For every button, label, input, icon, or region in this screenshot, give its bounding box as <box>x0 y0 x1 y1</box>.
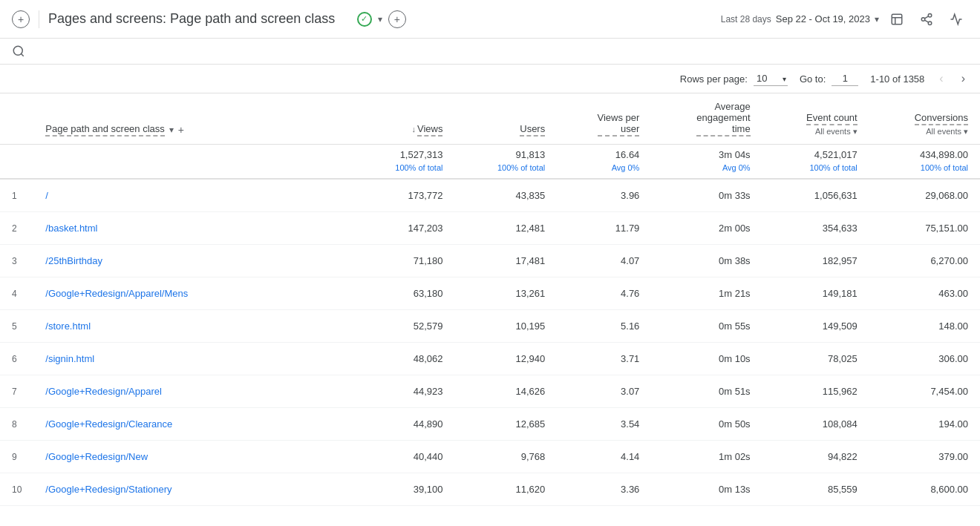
row-conversions: 75,151.00 <box>869 212 980 245</box>
row-views-per-user: 3.54 <box>557 408 651 441</box>
svg-line-6 <box>924 20 928 22</box>
row-views: 44,890 <box>353 408 455 441</box>
row-event-count: 354,633 <box>762 212 869 245</box>
add-dimension-icon[interactable]: + <box>178 124 184 136</box>
title-dropdown-icon[interactable]: ▾ <box>378 14 382 24</box>
svg-point-8 <box>13 46 22 55</box>
subtotal-users: 100% of total <box>454 162 557 179</box>
table-container: Page path and screen class ▾ + ↓Views Us… <box>0 93 980 506</box>
goto-label: Go to: <box>800 73 826 85</box>
row-path[interactable]: /Google+Redesign/Apparel/Mens <box>33 277 352 310</box>
row-path[interactable]: /signin.html <box>33 343 352 375</box>
subtotals-row: 100% of total 100% of total Avg 0% Avg 0… <box>0 162 980 179</box>
rows-per-page-select[interactable]: 10 25 50 100 <box>754 71 788 86</box>
row-avg-engagement: 0m 13s <box>651 473 762 506</box>
row-views-per-user: 3.36 <box>557 473 651 506</box>
row-users: 12,940 <box>454 343 557 375</box>
row-views: 52,579 <box>353 310 455 343</box>
col-header-page-path: Page path and screen class ▾ + <box>33 93 352 145</box>
row-conversions: 7,454.00 <box>869 375 980 408</box>
col-header-views-per-user: Views peruser <box>557 93 651 145</box>
data-table: Page path and screen class ▾ + ↓Views Us… <box>0 93 980 506</box>
col-header-rownum <box>0 93 33 145</box>
table-row: 5 /store.html 52,579 10,195 5.16 0m 55s … <box>0 310 980 343</box>
row-event-count: 1,056,631 <box>762 179 869 212</box>
subtotal-views-per-user: Avg 0% <box>557 162 651 179</box>
row-path[interactable]: /Google+Redesign/Apparel <box>33 375 352 408</box>
row-views-per-user: 4.14 <box>557 441 651 473</box>
total-event-count: 4,521,017 <box>762 145 869 162</box>
search-icon[interactable] <box>12 45 25 58</box>
col-header-conversions: Conversions All events ▾ <box>869 93 980 145</box>
insights-button[interactable] <box>944 7 968 31</box>
goto-input[interactable] <box>832 71 858 86</box>
subtotal-conversions: 100% of total <box>869 162 980 179</box>
page-title: Pages and screens: Page path and screen … <box>48 11 351 27</box>
row-conversions: 148.00 <box>869 310 980 343</box>
row-conversions: 194.00 <box>869 408 980 441</box>
row-path[interactable]: /Google+Redesign/Stationery <box>33 473 352 506</box>
row-num: 4 <box>0 277 33 310</box>
date-range-value: Sep 22 - Oct 19, 2023 <box>776 13 870 24</box>
row-path[interactable]: /Google+Redesign/Clearance <box>33 408 352 441</box>
add-metric-button[interactable]: + <box>388 10 406 28</box>
add-comparison-button[interactable]: + <box>12 10 30 28</box>
row-views-per-user: 3.07 <box>557 375 651 408</box>
row-views: 173,772 <box>353 179 455 212</box>
row-path[interactable]: /basket.html <box>33 212 352 245</box>
svg-line-9 <box>21 53 23 56</box>
row-event-count: 115,962 <box>762 375 869 408</box>
row-path[interactable]: /Google+Redesign/New <box>33 441 352 473</box>
row-views: 147,203 <box>353 212 455 245</box>
event-count-dropdown[interactable]: All events ▾ <box>815 127 858 137</box>
svg-rect-0 <box>892 14 902 24</box>
topbar: + Pages and screens: Page path and scree… <box>0 0 980 39</box>
total-conversions: 434,898.00 <box>869 145 980 162</box>
table-row: 10 /Google+Redesign/Stationery 39,100 11… <box>0 473 980 506</box>
svg-point-5 <box>928 22 932 25</box>
subtotal-avg-engagement: Avg 0% <box>651 162 762 179</box>
share-button[interactable] <box>915 7 938 31</box>
goto: Go to: <box>800 71 858 86</box>
prev-page-button[interactable]: ‹ <box>936 69 946 88</box>
next-page-button[interactable]: › <box>958 69 968 88</box>
row-views: 63,180 <box>353 277 455 310</box>
row-path[interactable]: /store.html <box>33 310 352 343</box>
table-row: 6 /signin.html 48,062 12,940 3.71 0m 10s… <box>0 343 980 375</box>
conversions-dropdown[interactable]: All events ▾ <box>926 127 968 137</box>
row-num: 10 <box>0 473 33 506</box>
svg-point-3 <box>928 13 932 17</box>
row-users: 11,620 <box>454 473 557 506</box>
rows-per-page-label: Rows per page: <box>680 73 748 85</box>
table-row: 2 /basket.html 147,203 12,481 11.79 2m 0… <box>0 212 980 245</box>
row-event-count: 149,181 <box>762 277 869 310</box>
chart-button[interactable] <box>885 7 909 31</box>
pagination-bar: Rows per page: 10 25 50 100 Go to: 1-10 … <box>0 65 980 93</box>
row-path[interactable]: / <box>33 179 352 212</box>
row-num: 8 <box>0 408 33 441</box>
row-avg-engagement: 0m 10s <box>651 343 762 375</box>
row-avg-engagement: 1m 02s <box>651 441 762 473</box>
table-row: 3 /25thBirthday 71,180 17,481 4.07 0m 38… <box>0 245 980 277</box>
date-range-dropdown-icon[interactable]: ▾ <box>875 14 879 24</box>
row-conversions: 306.00 <box>869 343 980 375</box>
row-path[interactable]: /25thBirthday <box>33 245 352 277</box>
row-avg-engagement: 0m 51s <box>651 375 762 408</box>
col-header-event-count: Event count All events ▾ <box>762 93 869 145</box>
row-avg-engagement: 2m 00s <box>651 212 762 245</box>
row-users: 14,626 <box>454 375 557 408</box>
row-num: 7 <box>0 375 33 408</box>
svg-point-4 <box>921 17 925 21</box>
row-views-per-user: 4.76 <box>557 277 651 310</box>
row-num: 3 <box>0 245 33 277</box>
row-conversions: 8,600.00 <box>869 473 980 506</box>
row-views-per-user: 11.79 <box>557 212 651 245</box>
svg-line-7 <box>924 16 928 18</box>
row-avg-engagement: 0m 33s <box>651 179 762 212</box>
row-views: 44,923 <box>353 375 455 408</box>
page-path-col-label: Page path and screen class <box>45 123 164 137</box>
row-num: 2 <box>0 212 33 245</box>
row-views-per-user: 4.07 <box>557 245 651 277</box>
row-users: 12,685 <box>454 408 557 441</box>
filter-icon[interactable]: ▾ <box>169 125 174 135</box>
